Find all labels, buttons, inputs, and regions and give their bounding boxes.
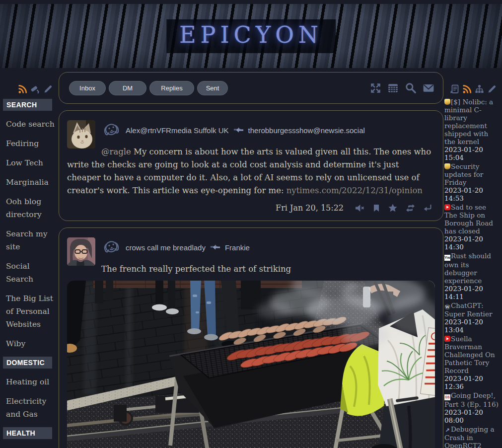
rss-feed-icon[interactable]: [462, 84, 472, 94]
sidebar-link-fediring[interactable]: Fediring: [2, 137, 56, 150]
edit-about-icon[interactable]: [43, 84, 53, 94]
sidebar-link-heating-oil[interactable]: Heating oil: [2, 375, 56, 388]
mention-link[interactable]: @ragle: [101, 147, 131, 156]
post-announced-handle[interactable]: Frankie: [225, 243, 250, 252]
post-author-handle[interactable]: crows call me breadlady: [126, 243, 206, 252]
avatar[interactable]: [67, 120, 95, 149]
yw-favicon-icon: [444, 255, 450, 261]
newswire-item-title[interactable]: Going Deep!, Part 3 (Ep. 116): [444, 391, 499, 408]
newswire-item[interactable]: ChatGPT: Super Rentier2023-01-20 13:04: [444, 301, 500, 334]
newswire-item-date: 2023-01-20 12:36: [444, 374, 500, 390]
sidebar-link-code-search[interactable]: Code search: [2, 118, 56, 131]
lwn-favicon-icon: [444, 163, 450, 169]
banner[interactable]: EPICYON: [0, 4, 502, 68]
newswire-item[interactable]: Security updates for Friday2023-01-20 14…: [444, 162, 500, 202]
rss-feed-icon[interactable]: [18, 84, 27, 94]
newswire-item-title[interactable]: Suella Braverman Challenged On Pathetic …: [444, 335, 495, 374]
newswire-item[interactable]: Debugging a Crash in OpenRCT22023-01-20 …: [444, 425, 500, 448]
main-columns: SEARCH Code search Fediring Low Tech Mar…: [0, 68, 502, 448]
left-section-health: HEALTH Coronavirus statistics: [2, 427, 56, 448]
sidebar-link-search-my-site[interactable]: Search my site: [2, 227, 56, 253]
wordpress-favicon-icon: [444, 304, 450, 310]
newswire-item[interactable]: Going Deep!, Part 3 (Ep. 116)2023-01-20 …: [444, 391, 500, 424]
newswire-item-title[interactable]: Rust should own its debugger experience: [444, 252, 491, 285]
post-header: crows call me breadlady Frankie: [101, 236, 435, 259]
post-header: Alex@rtnVFRmedia Suffolk UK therobburges…: [101, 119, 435, 142]
tab-sent[interactable]: Sent: [197, 81, 228, 95]
reply-icon[interactable]: [424, 204, 432, 212]
post-footer: Fri Jan 20, 15:22: [67, 199, 435, 216]
post-content: @ragle My concern is about how the arts …: [67, 146, 435, 197]
newswire-item-title[interactable]: Debugging a Crash in OpenRCT2: [444, 425, 494, 448]
external-link[interactable]: nytimes.com/2022/12/31/opinion: [287, 186, 423, 195]
post: crows call me breadlady Frankie The fren…: [59, 227, 443, 448]
newswire-item[interactable]: Rust should own its debugger experience2…: [444, 252, 500, 300]
post: Alex@rtnVFRmedia Suffolk UK therobburges…: [59, 110, 443, 221]
timeline-column: Inbox DM Replies Sent: [59, 72, 443, 448]
newswire-item-title[interactable]: ChatGPT: Super Rentier: [444, 301, 492, 318]
tab-dm[interactable]: DM: [109, 81, 146, 95]
newswire-item-title[interactable]: [$] Nolibc: a minimal C-library replacem…: [444, 98, 493, 146]
newswire-item[interactable]: Sad to see The Ship on Borough Road has …: [444, 203, 500, 251]
post-content: The french really perfected the art of s…: [67, 263, 435, 276]
post-body-text: The french really perfected the art of s…: [101, 264, 291, 274]
timeline-actions: [370, 82, 434, 94]
timeline-header: Inbox DM Replies Sent: [59, 72, 443, 104]
gs-favicon-icon: [444, 394, 450, 400]
mail-icon[interactable]: [423, 82, 434, 93]
section-header: SEARCH: [3, 99, 52, 111]
left-section-search: SEARCH Code search Fediring Low Tech Mar…: [2, 99, 56, 350]
search-icon[interactable]: [405, 82, 417, 94]
newswire-item-date: 2023-01-20 13:04: [444, 318, 500, 334]
dog-logo-icon[interactable]: [101, 239, 122, 256]
newswire-item-date: 2023-01-20 14:53: [444, 186, 500, 202]
post-announced-handle[interactable]: therobburgessshow@newsie.social: [248, 126, 365, 135]
newswire-item-date: 2023-01-20 15:04: [444, 146, 500, 161]
newswire-item[interactable]: [$] Nolibc: a minimal C-library replacem…: [444, 98, 500, 161]
youtube-favicon-icon: [444, 336, 450, 342]
sites-hierarchy-icon[interactable]: [475, 84, 484, 94]
epicyon-app: EPICYON SEARCH Code search Fediring Low …: [0, 4, 502, 448]
sidebar-link-wiby[interactable]: Wiby: [2, 337, 56, 350]
newswire-icons: [444, 83, 500, 95]
newswire-item-date: 2023-01-20 08:00: [444, 408, 500, 424]
tab-inbox[interactable]: Inbox: [69, 81, 106, 95]
post-author-handle[interactable]: Alex@rtnVFRmedia Suffolk UK: [126, 126, 229, 135]
expand-icon[interactable]: [370, 82, 381, 94]
newswire-column: [$] Nolibc: a minimal C-library replacem…: [443, 72, 502, 448]
sidebar-link-big-list[interactable]: The Big List of Personal Websites: [2, 292, 56, 331]
site-title: EPICYON: [166, 19, 336, 53]
sidebar-link-ooh-blog-directory[interactable]: Ooh blog directory: [2, 195, 56, 221]
star-icon[interactable]: [388, 204, 397, 212]
sidebar-link-social-search[interactable]: Social Search: [2, 260, 56, 286]
tab-replies[interactable]: Replies: [149, 81, 194, 95]
newswire-item[interactable]: Suella Braverman Challenged On Pathetic …: [444, 335, 500, 390]
avatar[interactable]: [67, 237, 95, 266]
edit-newswire-icon[interactable]: [487, 84, 497, 94]
newswire-icon[interactable]: [450, 84, 459, 94]
sidebar-link-electricity-gas[interactable]: Electricity and Gas: [2, 395, 56, 421]
repeat-announce-icon: [210, 243, 221, 251]
section-header: DOMESTIC: [3, 357, 52, 369]
repeat-announce-icon: [233, 126, 244, 134]
section-header: HEALTH: [3, 427, 52, 439]
newswire-item-date: 2023-01-20 14:30: [444, 235, 500, 251]
bookmark-icon[interactable]: [373, 204, 380, 212]
sidebar-link-coronavirus-statistics[interactable]: Coronavirus statistics: [2, 446, 56, 448]
newswire-item-date: 2023-01-20 14:11: [444, 285, 500, 300]
mute-icon[interactable]: [355, 204, 364, 212]
left-section-domestic: DOMESTIC Heating oil Electricity and Gas: [2, 357, 56, 421]
arrow-favicon-icon: [444, 428, 450, 434]
sidebar-link-marginalia[interactable]: Marginalia: [2, 176, 56, 189]
repeat-icon[interactable]: [406, 204, 415, 212]
edit-links-icon[interactable]: [30, 84, 40, 94]
post-timestamp[interactable]: Fri Jan 20, 15:22: [276, 203, 344, 213]
calendar-icon[interactable]: [387, 82, 399, 94]
sidebar-link-low-tech[interactable]: Low Tech: [2, 156, 56, 169]
post-image[interactable]: [67, 281, 435, 448]
dog-logo-icon[interactable]: [101, 122, 122, 139]
youtube-favicon-icon: [444, 204, 450, 210]
newswire-item-title[interactable]: Sad to see The Ship on Borough Road has …: [444, 203, 493, 235]
left-column: SEARCH Code search Fediring Low Tech Mar…: [0, 72, 59, 448]
left-column-icons: [2, 83, 56, 95]
